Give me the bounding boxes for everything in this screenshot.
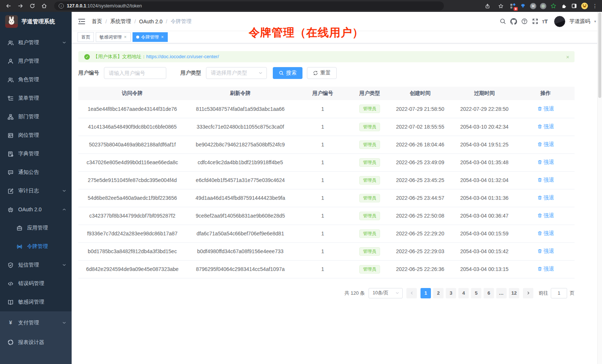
- sidebar-item-dict[interactable]: 字典管理: [0, 145, 72, 163]
- scrollbar-thumb[interactable]: [598, 13, 601, 98]
- sidebar-item-post[interactable]: 岗位管理: [0, 126, 72, 145]
- user-type-select[interactable]: 请选择用户类型: [206, 67, 267, 79]
- tab-home[interactable]: 首页: [78, 32, 94, 42]
- help-icon[interactable]: [521, 18, 528, 25]
- sidebar-item-menu[interactable]: 菜单管理: [0, 89, 72, 107]
- force-logout-button[interactable]: 强退: [537, 106, 554, 112]
- extension-star-icon[interactable]: [550, 3, 557, 9]
- sidebar-item-role[interactable]: 角色管理: [0, 70, 72, 89]
- force-logout-button[interactable]: 强退: [537, 177, 554, 183]
- alert-close-icon[interactable]: ×: [566, 54, 569, 60]
- fullscreen-icon[interactable]: [531, 18, 539, 25]
- created-time-cell: 2022-07-02 18:55:55: [388, 118, 452, 136]
- force-logout-button[interactable]: 强退: [537, 248, 554, 255]
- user-id-cell: 1: [294, 118, 351, 136]
- extension-gem-icon[interactable]: [520, 3, 526, 9]
- page-size-select[interactable]: 10条/页: [369, 288, 403, 298]
- app-title: 芋道管理系统: [22, 18, 55, 25]
- tab-sensitive[interactable]: 敏感词管理×: [96, 32, 131, 42]
- sidebar-item-oauth2[interactable]: OAuth 2.0: [0, 200, 72, 219]
- force-logout-button[interactable]: 强退: [537, 212, 554, 219]
- extension-command-icon[interactable]: ⌘: [530, 3, 536, 9]
- browser-forward-icon[interactable]: [16, 1, 25, 11]
- sidebar-item-label: 菜单管理: [18, 95, 39, 102]
- page-number-3[interactable]: 3: [446, 288, 456, 298]
- sidebar-item-pay[interactable]: ¥支付管理: [0, 313, 72, 332]
- sidebar-toggle-icon[interactable]: [78, 17, 86, 26]
- user-type-badge: 管理员: [359, 265, 380, 274]
- force-logout-button[interactable]: 强退: [537, 195, 554, 201]
- browser-menu-icon[interactable]: ⋮: [592, 3, 598, 9]
- user-name[interactable]: 芋道源码: [569, 18, 590, 25]
- extension-dot-icon[interactable]: [540, 3, 546, 9]
- tab-close-icon[interactable]: ×: [124, 34, 127, 40]
- prev-page-button[interactable]: [406, 288, 417, 298]
- sidebar-item-oauth2-token[interactable]: 令牌管理: [0, 237, 72, 256]
- font-size-icon[interactable]: TT: [542, 18, 548, 24]
- breadcrumb-item[interactable]: 系统管理: [110, 18, 131, 25]
- alert-text: 【用户体系】文档地址：https://doc.iocoder.cn/user-c…: [93, 53, 219, 60]
- site-info-icon[interactable]: i: [59, 3, 64, 9]
- force-logout-button[interactable]: 强退: [537, 230, 554, 237]
- extension-sidepanel-icon[interactable]: [571, 3, 578, 9]
- app-logo-row[interactable]: 芋道管理系统: [0, 12, 72, 31]
- sidebar-item-user[interactable]: 用户管理: [0, 52, 72, 70]
- next-page-button[interactable]: [523, 288, 533, 298]
- expire-time-cell: 2054-03-04 00:15:42: [452, 242, 517, 260]
- force-logout-label: 强退: [544, 159, 554, 166]
- page-number-1[interactable]: 1: [421, 288, 431, 298]
- sidebar-item-oauth2-app[interactable]: 应用管理: [0, 219, 72, 237]
- chevron-down-icon: [258, 71, 263, 75]
- browser-profile-avatar[interactable]: [581, 3, 588, 9]
- force-logout-button[interactable]: 强退: [537, 123, 554, 130]
- user-icon: [7, 58, 14, 64]
- chevron-down-icon[interactable]: ▾: [594, 19, 596, 23]
- breadcrumb-item[interactable]: OAuth 2.0: [139, 19, 163, 24]
- goto-page-input[interactable]: [551, 288, 567, 298]
- extension-puzzle-icon[interactable]: [560, 3, 567, 9]
- search-icon[interactable]: [499, 18, 507, 25]
- browser-reload-icon[interactable]: [27, 1, 37, 11]
- share-icon[interactable]: [482, 1, 492, 11]
- force-logout-button[interactable]: 强退: [537, 159, 554, 166]
- sidebar-item-audit[interactable]: 审计日志: [0, 182, 72, 200]
- force-logout-button[interactable]: 强退: [537, 141, 554, 148]
- browser-back-icon[interactable]: [4, 1, 13, 11]
- user-type-cell: 管理员: [351, 260, 388, 278]
- search-button[interactable]: 搜索: [273, 67, 302, 79]
- doc-link[interactable]: https://doc.iocoder.cn/user-center/: [146, 54, 219, 59]
- table-row: 54d6be82ee5a460a9aedc1f9bf22365649d1aa46…: [78, 189, 575, 207]
- page-number-4[interactable]: 4: [458, 288, 469, 298]
- force-logout-button[interactable]: 强退: [537, 266, 554, 272]
- extension-grid-icon[interactable]: 9: [509, 3, 516, 9]
- browser-home-icon[interactable]: [39, 1, 49, 11]
- sidebar-item-tenant[interactable]: 租户管理: [0, 33, 72, 52]
- sidebar-item-notice[interactable]: 通知公告: [0, 163, 72, 182]
- page-number-6[interactable]: 6: [484, 288, 494, 298]
- github-icon[interactable]: [510, 18, 517, 25]
- trash-icon: [537, 231, 542, 236]
- sidebar-item-report[interactable]: 报表设计器: [0, 332, 72, 352]
- address-bar[interactable]: i 127.0.0.1:1024/system/oauth2/token: [54, 1, 444, 10]
- user-id-input[interactable]: [104, 67, 166, 79]
- sidebar-item-sms[interactable]: 短信管理: [0, 256, 72, 274]
- access-token-cell: 54d6be82ee5a460a9aedc1f9bf223656: [78, 189, 186, 207]
- page-ellipsis[interactable]: …: [496, 288, 507, 298]
- tab-close-icon[interactable]: ×: [161, 34, 164, 40]
- page-scrollbar[interactable]: [597, 12, 602, 364]
- trash-icon: [537, 160, 542, 165]
- reset-button[interactable]: 重置: [307, 67, 337, 79]
- page-number-5[interactable]: 5: [471, 288, 481, 298]
- page-number-list: 123456…12: [421, 288, 519, 298]
- action-cell: 强退: [517, 100, 575, 118]
- page-number-2[interactable]: 2: [433, 288, 444, 298]
- user-avatar[interactable]: [554, 16, 565, 27]
- sidebar-item-dept[interactable]: 部门管理: [0, 107, 72, 126]
- bookmark-star-icon[interactable]: [496, 1, 506, 11]
- access-token-cell: 6d842e2924594de9a09e45e087323abe: [78, 260, 186, 278]
- sidebar-item-sensitive[interactable]: 敏感词管理: [0, 293, 72, 311]
- tab-token[interactable]: 令牌管理×: [132, 32, 168, 42]
- page-number-12[interactable]: 12: [509, 288, 519, 298]
- breadcrumb-item[interactable]: 首页: [92, 18, 102, 25]
- sidebar-item-errcode[interactable]: 错误码管理: [0, 274, 72, 293]
